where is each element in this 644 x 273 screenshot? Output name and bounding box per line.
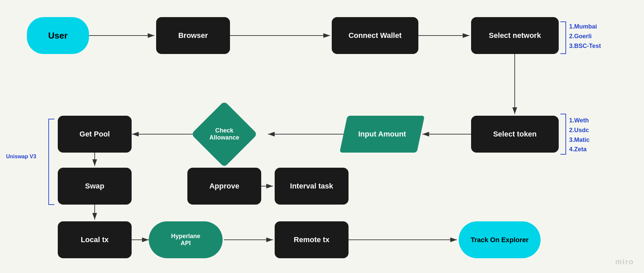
- local-tx-node: Local tx: [58, 221, 132, 258]
- approve-node: Approve: [187, 168, 261, 205]
- select-network-node: Select network: [471, 17, 559, 54]
- get-pool-node: Get Pool: [58, 116, 132, 153]
- input-amount-node: Input Amount: [339, 116, 424, 153]
- swap-node: Swap: [58, 168, 132, 205]
- hyperlane-api-label: HyperlaneAPI: [171, 233, 200, 247]
- local-tx-label: Local tx: [81, 235, 108, 244]
- get-pool-label: Get Pool: [80, 130, 110, 139]
- connect-wallet-label: Connect Wallet: [349, 31, 402, 40]
- check-allowance-label: CheckAllowance: [209, 127, 239, 141]
- browser-label: Browser: [178, 31, 208, 40]
- select-network-label: Select network: [489, 31, 541, 40]
- remote-tx-label: Remote tx: [294, 235, 329, 244]
- miro-watermark: miro: [615, 258, 634, 266]
- swap-label: Swap: [85, 182, 104, 190]
- interval-task-label: Interval task: [290, 182, 333, 190]
- browser-node: Browser: [156, 17, 230, 54]
- hyperlane-api-node: HyperlaneAPI: [149, 221, 223, 258]
- user-node: User: [27, 17, 89, 54]
- interval-task-node: Interval task: [275, 168, 349, 205]
- uniswap-label: Uniswap V3: [6, 153, 36, 161]
- flowchart-canvas: User Browser Connect Wallet Select netwo…: [0, 0, 644, 273]
- user-label: User: [48, 31, 68, 41]
- select-token-node: Select token: [471, 116, 559, 153]
- select-token-label: Select token: [493, 130, 537, 139]
- remote-tx-node: Remote tx: [275, 221, 349, 258]
- token-options-label: 1.Weth2.Usdc3.Matic4.Zeta: [569, 116, 590, 154]
- track-explorer-label: Track On Explorer: [471, 236, 528, 244]
- network-options-label: 1.Mumbai2.Goerli3.BSC-Test: [569, 22, 601, 51]
- check-allowance-container: CheckAllowance: [201, 111, 248, 158]
- input-amount-label: Input Amount: [358, 130, 406, 139]
- track-explorer-node[interactable]: Track On Explorer: [459, 221, 541, 258]
- approve-label: Approve: [209, 182, 239, 190]
- connect-wallet-node: Connect Wallet: [332, 17, 418, 54]
